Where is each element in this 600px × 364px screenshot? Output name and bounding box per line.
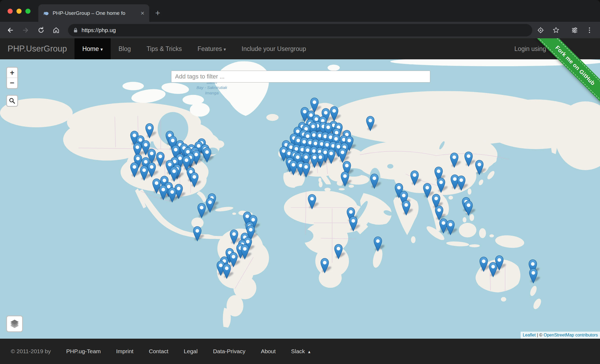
map-marker[interactable] <box>320 257 330 274</box>
map-marker[interactable] <box>167 187 177 203</box>
tune-sliders-icon[interactable] <box>571 26 578 34</box>
login-using-menu[interactable]: Login using▾ <box>514 38 550 59</box>
map-marker[interactable] <box>464 151 473 167</box>
map-marker[interactable] <box>456 175 466 191</box>
map-marker[interactable] <box>139 165 149 181</box>
map-marker[interactable] <box>310 152 319 169</box>
layers-control-button[interactable] <box>6 315 23 332</box>
map-marker[interactable] <box>192 226 202 242</box>
map-marker[interactable] <box>301 162 311 178</box>
brand[interactable]: PHP.UserGroup <box>0 38 74 59</box>
map-marker[interactable] <box>326 148 336 164</box>
map-marker[interactable] <box>197 202 206 219</box>
map-marker[interactable] <box>373 236 383 252</box>
target-icon[interactable] <box>537 26 544 34</box>
map-marker[interactable] <box>222 263 232 279</box>
tab-favicon-elephant-icon <box>43 10 49 16</box>
map-marker[interactable] <box>202 147 212 163</box>
back-icon[interactable] <box>6 26 14 34</box>
browser-window: PHP-UserGroup – One home fo × + https://… <box>0 0 600 364</box>
browser-toolbar: https://php.ug <box>0 22 600 38</box>
tab-strip: PHP-UserGroup – One home fo × + <box>0 0 600 22</box>
map-marker[interactable] <box>334 243 343 260</box>
map-marker[interactable] <box>479 256 489 272</box>
map-marker[interactable] <box>410 170 419 186</box>
tag-filter-input[interactable] <box>171 71 430 83</box>
chevron-up-icon: ▴ <box>308 349 310 354</box>
tab-title: PHP-UserGroup – One home fo <box>53 10 136 16</box>
map-marker[interactable] <box>348 216 358 232</box>
map-marker[interactable] <box>401 200 411 216</box>
map-attribution: Leaflet | © OpenStreetMap contributors <box>521 332 600 339</box>
zoom-in-button[interactable]: + <box>7 68 17 78</box>
map-marker[interactable] <box>464 200 473 216</box>
site-navbar: PHP.UserGroup Home▾ Blog Tips & Tricks F… <box>0 38 600 59</box>
kebab-menu-icon[interactable] <box>586 26 593 34</box>
osm-link[interactable]: OpenStreetMap contributors <box>544 333 598 337</box>
map-marker[interactable] <box>436 177 446 193</box>
footer-link-contact[interactable]: Contact <box>149 348 168 355</box>
site-footer: © 2011-2019 by PHP.ug-Team Imprint Conta… <box>0 339 600 364</box>
layers-icon <box>9 318 20 329</box>
map-marker[interactable] <box>422 183 432 199</box>
traffic-lights <box>8 9 30 14</box>
search-icon <box>9 97 16 104</box>
minimize-window-button[interactable] <box>16 9 22 14</box>
leaflet-link[interactable]: Leaflet <box>523 333 536 337</box>
nav-item-tips-tricks[interactable]: Tips & Tricks <box>139 38 190 59</box>
map-marker[interactable] <box>189 172 199 188</box>
close-window-button[interactable] <box>8 9 13 14</box>
home-icon[interactable] <box>52 26 60 34</box>
bookmark-star-icon[interactable] <box>552 26 560 34</box>
map-marker[interactable] <box>340 171 350 187</box>
chevron-down-icon: ▾ <box>548 47 550 52</box>
map-marker[interactable] <box>158 184 168 201</box>
browser-tab[interactable]: PHP-UserGroup – One home fo × <box>38 4 149 22</box>
map-marker[interactable] <box>169 166 179 182</box>
map-marker[interactable] <box>365 115 375 132</box>
footer-link-slack[interactable]: Slack ▴ <box>291 348 310 355</box>
chevron-down-icon: ▾ <box>223 47 226 52</box>
footer-link-legal[interactable]: Legal <box>184 348 198 355</box>
map-marker[interactable] <box>370 173 379 189</box>
marker-layer <box>0 59 600 339</box>
footer-link-imprint[interactable]: Imprint <box>116 348 133 355</box>
map-marker[interactable] <box>488 262 498 278</box>
map-marker[interactable] <box>130 162 139 178</box>
lock-icon <box>73 27 78 33</box>
map-marker[interactable] <box>240 244 250 260</box>
footer-link-about[interactable]: About <box>261 348 276 355</box>
map-marker[interactable] <box>205 197 215 213</box>
reload-icon[interactable] <box>37 26 45 34</box>
nav-item-blog[interactable]: Blog <box>111 38 139 59</box>
forward-icon[interactable] <box>22 26 29 34</box>
tab-close-icon[interactable]: × <box>141 10 144 16</box>
map-marker[interactable] <box>155 151 165 167</box>
zoom-control: + − <box>6 67 18 89</box>
footer-link-team[interactable]: PHP.ug-Team <box>66 348 101 355</box>
nav-item-home[interactable]: Home▾ <box>74 38 111 59</box>
url-text: https://php.ug <box>82 27 116 33</box>
map-marker[interactable] <box>528 268 538 284</box>
footer-link-data-privacy[interactable]: Data-Privacy <box>213 348 245 355</box>
map-marker[interactable] <box>446 219 455 236</box>
map-search-button[interactable] <box>6 95 18 107</box>
chevron-down-icon: ▾ <box>100 47 103 52</box>
new-tab-button[interactable]: + <box>155 9 160 17</box>
nav-item-include-usergroup[interactable]: Include your Usergroup <box>234 38 314 59</box>
map-marker[interactable] <box>307 194 317 210</box>
fullscreen-window-button[interactable] <box>25 9 30 14</box>
address-bar[interactable]: https://php.ug <box>68 24 532 36</box>
nav-item-features[interactable]: Features▾ <box>190 38 234 59</box>
copyright-text: © 2011-2019 by <box>11 348 51 355</box>
map-marker[interactable] <box>449 152 459 168</box>
map-marker[interactable] <box>145 123 154 139</box>
zoom-out-button[interactable]: − <box>7 78 17 88</box>
map-canvas[interactable]: Baffin Bay - Saknirutiak Imanga + − Leaf… <box>0 59 600 339</box>
map-marker[interactable] <box>474 159 484 176</box>
